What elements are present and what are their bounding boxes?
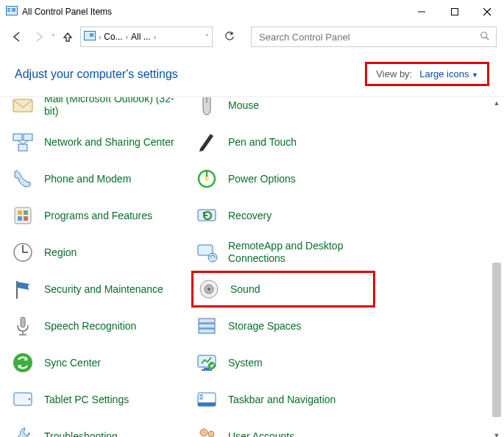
item-label: Pen and Touch (228, 136, 297, 149)
scroll-down-button[interactable]: ▼ (491, 430, 503, 437)
view-by-label: View by: (376, 68, 412, 79)
close-button[interactable] (471, 1, 504, 23)
power-icon (194, 166, 219, 191)
svg-rect-42 (199, 324, 215, 328)
svg-rect-43 (199, 329, 215, 333)
cp-item-tool[interactable]: Troubleshooting (7, 418, 191, 437)
view-by-control[interactable]: View by: Large icons ▼ (365, 62, 489, 86)
item-label: Programs and Features (44, 210, 152, 222)
cp-item-mail[interactable]: Mail (Microsoft Outlook) (32-bit) (7, 97, 191, 124)
cp-item-sound[interactable]: Sound (191, 271, 375, 308)
chevron-right-icon: › (99, 33, 101, 41)
tablet-icon (10, 387, 35, 412)
cp-item-flag[interactable]: Security and Maintenance (7, 271, 191, 308)
item-label: Mail (Microsoft Outlook) (32-bit) (44, 97, 188, 118)
svg-rect-41 (199, 319, 215, 323)
maximize-button[interactable] (438, 1, 471, 23)
item-label: Network and Sharing Center (44, 136, 174, 149)
address-bar[interactable]: › Co... › All ... › ˅ (80, 26, 213, 47)
address-dropdown[interactable]: ˅ (205, 33, 209, 41)
cp-item-recovery[interactable]: Recovery (191, 197, 375, 234)
item-label: Mouse (228, 99, 259, 112)
svg-rect-16 (15, 207, 31, 224)
cp-item-tablet[interactable]: Tablet PC Settings (7, 381, 191, 418)
control-panel-icon (84, 31, 96, 43)
cp-item-remote[interactable]: RemoteApp and Desktop Connections (191, 234, 375, 271)
recent-dropdown[interactable]: ˅ (52, 33, 55, 41)
window-buttons (405, 1, 504, 23)
refresh-button[interactable] (219, 26, 241, 47)
cp-item-storage[interactable]: Storage Spaces (191, 308, 375, 344)
item-label: RemoteApp and Desktop Connections (228, 240, 372, 265)
back-button[interactable] (7, 27, 26, 46)
svg-rect-1 (7, 8, 10, 10)
cp-item-taskbar[interactable]: Taskbar and Navigation (191, 381, 375, 418)
item-label: System (228, 357, 263, 369)
up-button[interactable] (58, 27, 77, 46)
cp-item-pen[interactable]: Pen and Touch (191, 124, 375, 160)
cp-item-programs[interactable]: Programs and Features (7, 197, 191, 234)
cp-item-network[interactable]: Network and Sharing Center (7, 124, 191, 160)
cp-item-phone[interactable]: Phone and Modem (7, 160, 191, 197)
vertical-scrollbar[interactable]: ▲ ▼ (491, 97, 503, 437)
item-label: Phone and Modem (44, 173, 131, 185)
item-label: Troubleshooting (44, 430, 118, 437)
region-icon (10, 240, 35, 265)
cp-item-mic[interactable]: Speech Recognition (7, 308, 191, 344)
remote-icon (194, 240, 219, 265)
cp-item-power[interactable]: Power Options (191, 160, 375, 197)
item-label: Recovery (228, 210, 271, 222)
svg-rect-14 (24, 134, 32, 141)
chevron-down-icon: ▼ (472, 71, 478, 79)
svg-line-11 (486, 37, 489, 40)
window-title: All Control Panel Items (22, 7, 405, 17)
search-input[interactable] (258, 31, 474, 43)
mic-icon (10, 313, 35, 338)
breadcrumb-seg-2[interactable]: All ... (131, 32, 151, 42)
item-label: Taskbar and Navigation (228, 394, 336, 406)
nav-row: ˅ › Co... › All ... › ˅ (0, 24, 504, 50)
svg-point-10 (481, 32, 487, 38)
svg-point-52 (200, 429, 207, 436)
svg-rect-2 (7, 10, 10, 12)
item-label: Sound (230, 283, 260, 296)
storage-icon (194, 313, 219, 338)
svg-point-53 (208, 431, 214, 437)
cp-item-region[interactable]: Region (7, 234, 191, 271)
svg-rect-3 (12, 8, 15, 12)
header: Adjust your computer's settings View by:… (0, 50, 504, 97)
scroll-up-button[interactable]: ▲ (491, 97, 503, 109)
chevron-right-icon: › (126, 33, 128, 41)
svg-rect-51 (199, 397, 203, 399)
item-label: Sync Center (44, 357, 101, 369)
search-box[interactable] (251, 26, 497, 47)
svg-rect-13 (13, 134, 22, 141)
scroll-track[interactable] (491, 109, 503, 430)
content-area: Mail (Microsoft Outlook) (32-bit)Network… (0, 97, 504, 437)
mail-icon (10, 97, 35, 118)
taskbar-icon (194, 387, 219, 412)
item-label: Storage Spaces (228, 320, 302, 333)
cp-item-user[interactable]: User Accounts (191, 418, 375, 437)
pen-icon (194, 129, 219, 154)
minimize-button[interactable] (405, 1, 438, 23)
cp-item-system[interactable]: System (191, 344, 375, 381)
breadcrumb-seg-1[interactable]: Co... (104, 32, 122, 42)
view-by-value[interactable]: Large icons ▼ (419, 68, 478, 79)
item-label: Power Options (228, 173, 296, 185)
svg-rect-15 (18, 144, 27, 151)
svg-rect-25 (21, 317, 25, 327)
item-label: Security and Maintenance (44, 283, 163, 296)
svg-point-37 (208, 253, 217, 262)
item-label: Region (44, 246, 77, 259)
item-label: Speech Recognition (44, 320, 136, 333)
svg-rect-9 (90, 33, 93, 37)
cp-item-sync[interactable]: Sync Center (7, 344, 191, 381)
phone-icon (10, 166, 35, 191)
scroll-thumb[interactable] (492, 263, 501, 416)
sync-icon (10, 350, 35, 375)
search-icon[interactable] (480, 31, 490, 43)
cp-item-mouse[interactable]: Mouse (191, 97, 375, 124)
forward-button[interactable] (29, 27, 49, 46)
page-title: Adjust your computer's settings (15, 68, 178, 81)
